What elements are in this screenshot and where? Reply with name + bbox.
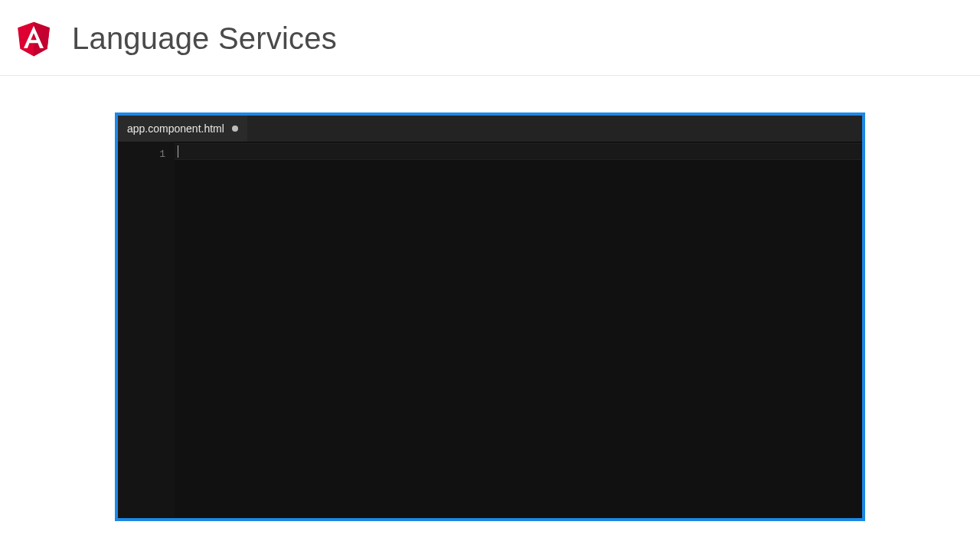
editor-tab[interactable]: app.component.html xyxy=(118,116,247,142)
content-area: app.component.html 1 xyxy=(0,76,980,521)
page-header: Language Services xyxy=(0,0,980,76)
editor-body[interactable]: 1 xyxy=(118,142,862,518)
code-text-area[interactable] xyxy=(175,142,862,518)
text-cursor xyxy=(178,145,178,158)
line-number: 1 xyxy=(118,146,165,163)
editor-tab-bar: app.component.html xyxy=(118,116,862,142)
unsaved-indicator-icon xyxy=(232,126,238,132)
line-number-gutter: 1 xyxy=(118,142,175,518)
page-title: Language Services xyxy=(72,21,337,56)
code-editor: app.component.html 1 xyxy=(115,112,865,521)
tab-filename: app.component.html xyxy=(127,122,224,135)
svg-marker-1 xyxy=(34,22,50,57)
angular-logo-icon xyxy=(12,15,55,61)
current-line-highlight xyxy=(175,143,862,160)
